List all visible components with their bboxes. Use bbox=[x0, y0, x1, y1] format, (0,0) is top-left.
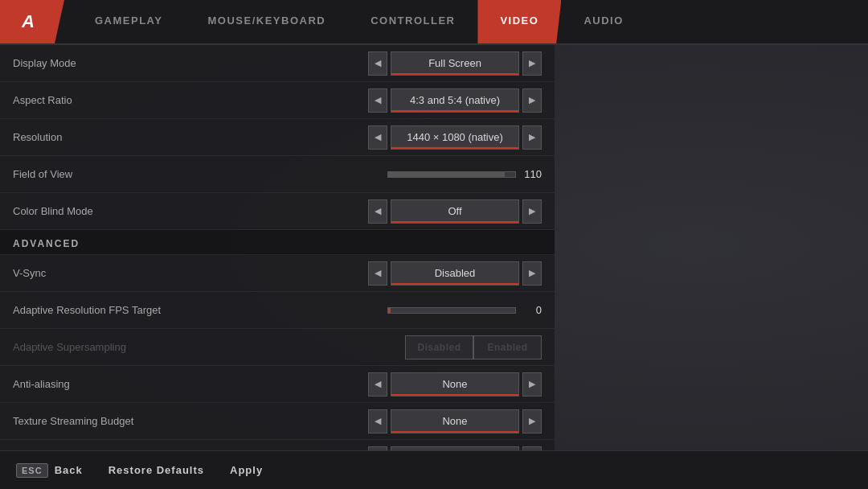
setting-row-texture-filter: Texture Filtering ◀ Bilinear ▶ bbox=[0, 440, 555, 450]
setting-control-aspect-ratio: ◀ 4:3 and 5:4 (native) ▶ bbox=[368, 88, 542, 113]
logo-area: A bbox=[0, 0, 64, 43]
adaptive-fps-slider-fill bbox=[388, 308, 391, 313]
setting-control-display-mode: ◀ Full Screen ▶ bbox=[368, 51, 542, 76]
anti-aliasing-next-btn[interactable]: ▶ bbox=[522, 372, 542, 397]
fov-slider-wrapper: 110 bbox=[387, 168, 542, 180]
texture-budget-next-btn[interactable]: ▶ bbox=[522, 409, 542, 434]
nav-tabs: GAMEPLAY MOUSE/KEYBOARD CONTROLLER VIDEO… bbox=[72, 0, 868, 43]
main-content: Display Mode ◀ Full Screen ▶ Aspect Rati… bbox=[0, 45, 868, 450]
tab-controller[interactable]: CONTROLLER bbox=[348, 0, 477, 43]
setting-row-resolution: Resolution ◀ 1440 × 1080 (native) ▶ bbox=[0, 119, 555, 156]
right-panel bbox=[555, 45, 868, 450]
apply-button[interactable]: Apply bbox=[230, 464, 263, 476]
setting-control-texture-budget: ◀ None ▶ bbox=[368, 409, 542, 434]
setting-label-aspect-ratio: Aspect Ratio bbox=[13, 94, 368, 106]
aspect-ratio-prev-btn[interactable]: ◀ bbox=[368, 88, 387, 113]
display-mode-next-btn[interactable]: ▶ bbox=[522, 51, 542, 76]
setting-label-adaptive-super: Adaptive Supersampling bbox=[13, 341, 405, 353]
back-label: Back bbox=[55, 464, 83, 476]
aspect-ratio-next-btn[interactable]: ▶ bbox=[522, 88, 542, 113]
restore-defaults-label: Restore Defaults bbox=[108, 464, 204, 476]
vsync-prev-btn[interactable]: ◀ bbox=[368, 261, 387, 286]
setting-control-resolution: ◀ 1440 × 1080 (native) ▶ bbox=[368, 125, 542, 150]
display-mode-prev-btn[interactable]: ◀ bbox=[368, 51, 387, 76]
setting-control-texture-filter: ◀ Bilinear ▶ bbox=[368, 446, 542, 451]
color-blind-prev-btn[interactable]: ◀ bbox=[368, 199, 387, 224]
setting-control-adaptive-fps: 0 bbox=[387, 304, 542, 316]
setting-label-fov: Field of View bbox=[13, 168, 387, 180]
setting-row-texture-budget: Texture Streaming Budget ◀ None ▶ bbox=[0, 403, 555, 440]
settings-panel: Display Mode ◀ Full Screen ▶ Aspect Rati… bbox=[0, 45, 555, 450]
fov-slider-track[interactable] bbox=[387, 171, 516, 178]
apply-label: Apply bbox=[230, 464, 263, 476]
vsync-value: Disabled bbox=[391, 261, 519, 286]
texture-budget-prev-btn[interactable]: ◀ bbox=[368, 409, 387, 434]
color-blind-value: Off bbox=[391, 199, 519, 224]
tab-mouse-keyboard[interactable]: MOUSE/KEYBOARD bbox=[185, 0, 348, 43]
esc-key-badge: ESC bbox=[16, 463, 48, 478]
setting-label-anti-aliasing: Anti-aliasing bbox=[13, 378, 368, 390]
header: A GAMEPLAY MOUSE/KEYBOARD CONTROLLER VID… bbox=[0, 0, 868, 45]
tab-gameplay[interactable]: GAMEPLAY bbox=[72, 0, 185, 43]
setting-row-color-blind: Color Blind Mode ◀ Off ▶ bbox=[0, 193, 555, 230]
anti-aliasing-value: None bbox=[391, 372, 519, 397]
setting-row-adaptive-fps: Adaptive Resolution FPS Target 0 bbox=[0, 292, 555, 329]
vsync-next-btn[interactable]: ▶ bbox=[522, 261, 542, 286]
adaptive-super-enabled-btn[interactable]: Enabled bbox=[473, 335, 542, 360]
setting-control-color-blind: ◀ Off ▶ bbox=[368, 199, 542, 224]
setting-control-anti-aliasing: ◀ None ▶ bbox=[368, 372, 542, 397]
setting-label-display-mode: Display Mode bbox=[13, 57, 368, 69]
display-mode-value: Full Screen bbox=[391, 51, 519, 76]
setting-row-fov: Field of View 110 bbox=[0, 156, 555, 193]
resolution-next-btn[interactable]: ▶ bbox=[522, 125, 542, 150]
adaptive-super-disabled-btn[interactable]: Disabled bbox=[405, 335, 473, 360]
setting-label-vsync: V-Sync bbox=[13, 267, 368, 279]
setting-control-vsync: ◀ Disabled ▶ bbox=[368, 261, 542, 286]
setting-control-fov: 110 bbox=[387, 168, 542, 180]
adaptive-fps-slider-wrapper: 0 bbox=[387, 304, 542, 316]
tab-video[interactable]: VIDEO bbox=[477, 0, 561, 43]
setting-row-anti-aliasing: Anti-aliasing ◀ None ▶ bbox=[0, 366, 555, 403]
restore-defaults-button[interactable]: Restore Defaults bbox=[108, 464, 204, 476]
texture-filter-value: Bilinear bbox=[391, 446, 519, 451]
fov-slider-fill bbox=[388, 172, 505, 177]
setting-row-vsync: V-Sync ◀ Disabled ▶ bbox=[0, 255, 555, 292]
bottom-bar: ESC Back Restore Defaults Apply bbox=[0, 450, 868, 489]
texture-budget-value: None bbox=[391, 409, 519, 434]
tab-audio[interactable]: AUDIO bbox=[561, 0, 645, 43]
apex-logo: A bbox=[22, 11, 35, 32]
color-blind-next-btn[interactable]: ▶ bbox=[522, 199, 542, 224]
resolution-value: 1440 × 1080 (native) bbox=[391, 125, 519, 150]
back-button[interactable]: ESC Back bbox=[16, 463, 83, 478]
aspect-ratio-value: 4:3 and 5:4 (native) bbox=[391, 88, 519, 113]
adaptive-super-toggle: Disabled Enabled bbox=[405, 335, 542, 360]
setting-row-adaptive-super: Adaptive Supersampling Disabled Enabled bbox=[0, 329, 555, 366]
setting-row-display-mode: Display Mode ◀ Full Screen ▶ bbox=[0, 45, 555, 82]
setting-row-aspect-ratio: Aspect Ratio ◀ 4:3 and 5:4 (native) ▶ bbox=[0, 82, 555, 119]
adaptive-fps-slider-track[interactable] bbox=[387, 307, 516, 314]
setting-label-texture-budget: Texture Streaming Budget bbox=[13, 415, 368, 427]
setting-label-adaptive-fps: Adaptive Resolution FPS Target bbox=[13, 304, 387, 316]
resolution-prev-btn[interactable]: ◀ bbox=[368, 125, 387, 150]
setting-label-resolution: Resolution bbox=[13, 131, 368, 143]
adaptive-fps-value: 0 bbox=[522, 304, 542, 316]
setting-label-color-blind: Color Blind Mode bbox=[13, 205, 368, 217]
anti-aliasing-prev-btn[interactable]: ◀ bbox=[368, 372, 387, 397]
fov-value: 110 bbox=[522, 168, 542, 180]
advanced-section-header: ADVANCED bbox=[0, 230, 555, 255]
app-container: A GAMEPLAY MOUSE/KEYBOARD CONTROLLER VID… bbox=[0, 0, 868, 489]
setting-control-adaptive-super: Disabled Enabled bbox=[405, 335, 542, 360]
